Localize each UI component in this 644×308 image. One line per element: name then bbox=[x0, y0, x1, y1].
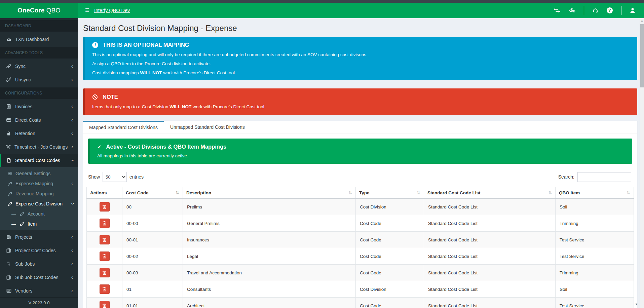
tab-mapped-standard-cost-divisions[interactable]: Mapped Standard Cost Divisions bbox=[83, 121, 164, 133]
scrollbar-thumb[interactable] bbox=[640, 24, 644, 87]
environment-link[interactable]: Interfy QBO Dev bbox=[94, 3, 130, 18]
file-text-icon bbox=[6, 104, 11, 109]
sort-icon[interactable]: ⇅ bbox=[545, 190, 552, 195]
search-wrap: Search: bbox=[558, 172, 632, 182]
dashboard-icon bbox=[6, 37, 11, 42]
sort-icon[interactable]: ⇅ bbox=[173, 190, 179, 195]
cell-type: Cost Code bbox=[356, 298, 424, 308]
optional-mapping-callout: i THIS IS AN OPTIONAL MAPPING This is an… bbox=[83, 37, 637, 80]
sidebar-item-direct-costs[interactable]: Direct Costs ‹ bbox=[0, 113, 78, 127]
sidebar-item-standard-cost-codes[interactable]: Standard Cost Codes ‹ bbox=[0, 154, 78, 167]
chevron-left-icon: ‹ bbox=[71, 275, 73, 280]
delete-button[interactable] bbox=[100, 284, 110, 294]
sidebar-item-sync[interactable]: Sync ‹ bbox=[0, 60, 78, 73]
sidebar-item-expense-cost-division[interactable]: Expense Cost Division ‹ bbox=[0, 199, 78, 209]
sidebar-item-sub-job-cost-codes[interactable]: Sub Job Cost Codes ‹ bbox=[0, 271, 78, 284]
app-logo[interactable]: OneCore QBO bbox=[0, 3, 78, 18]
col-header-qbo-item[interactable]: QBO Item⇅ bbox=[556, 187, 634, 199]
cell-qbo-item: Trimming bbox=[556, 215, 634, 232]
sidebar-item-sub-jobs[interactable]: Sub Jobs ‹ bbox=[0, 257, 78, 271]
brand-light: QBO bbox=[46, 7, 61, 14]
chevron-left-icon: ‹ bbox=[71, 104, 73, 109]
cell-qbo-item: Test Service bbox=[556, 232, 634, 248]
chevron-down-icon: ‹ bbox=[69, 159, 75, 161]
user-icon[interactable] bbox=[630, 8, 635, 13]
col-header-description[interactable]: Description⇅ bbox=[183, 187, 356, 199]
page-scrollbar[interactable]: ▲ bbox=[640, 18, 644, 308]
sidebar-item-project-cost-codes[interactable]: Project Cost Codes ‹ bbox=[0, 244, 78, 257]
cell-type: Cost Code bbox=[356, 215, 424, 232]
tab-body: ✔ Active - Cost Divisions & QBO Item Map… bbox=[83, 133, 637, 308]
delete-button[interactable] bbox=[100, 268, 110, 277]
navbar-divider bbox=[584, 6, 584, 15]
help-icon[interactable]: ? bbox=[607, 7, 613, 13]
chevron-left-icon: ‹ bbox=[71, 77, 73, 82]
credit-card-icon bbox=[6, 118, 11, 122]
cell-type: Cost Division bbox=[356, 281, 424, 298]
tab-unmapped-standard-cost-divisions[interactable]: Unmapped Standard Cost Divisions bbox=[164, 121, 251, 133]
delete-button[interactable] bbox=[100, 219, 110, 228]
sidebar-item-revenue-mapping[interactable]: Revenue Mapping bbox=[0, 189, 78, 199]
app-version: V 2023.9.0 bbox=[0, 297, 78, 308]
chevron-left-icon: ‹ bbox=[71, 248, 73, 253]
sidebar-item-general-settings[interactable]: General Settings bbox=[0, 168, 78, 179]
tree-dash: — bbox=[11, 222, 16, 227]
cell-standard-cost-code-list: Standard Cost Code List bbox=[424, 248, 556, 265]
callout-line: Items that only map to a Cost Division W… bbox=[92, 104, 630, 109]
callout-line: Assign a QBO item to the Procore Cost di… bbox=[92, 61, 630, 66]
sidebar-item-timesheet-job-costings[interactable]: Timesheet - Job Costings ‹ bbox=[0, 140, 78, 154]
col-header-standard-cost-code-list[interactable]: Standard Cost Code List⇅ bbox=[424, 187, 556, 199]
sidebar-item-txn-dashboard[interactable]: TXN Dashboard bbox=[0, 33, 78, 46]
table-row: 00-01 Insurances Cost Code Standard Cost… bbox=[87, 232, 634, 248]
delete-button[interactable] bbox=[100, 301, 110, 308]
sidebar-item-account[interactable]: — Account bbox=[0, 209, 78, 219]
sidebar-item-invoices[interactable]: Invoices ‹ bbox=[0, 100, 78, 113]
delete-button[interactable] bbox=[100, 202, 110, 211]
trash-icon bbox=[102, 254, 107, 259]
active-mappings-callout: ✔ Active - Cost Divisions & QBO Item Map… bbox=[88, 139, 632, 164]
sidebar-item-unsync[interactable]: Unsync ‹ bbox=[0, 73, 78, 86]
settings-gears-icon[interactable] bbox=[569, 8, 575, 13]
chain-icon bbox=[7, 202, 12, 206]
sidebar-item-vendors[interactable]: Vendors ‹ bbox=[0, 284, 78, 298]
callout-title: ✔ Active - Cost Divisions & QBO Item Map… bbox=[97, 144, 625, 150]
delete-button[interactable] bbox=[100, 235, 110, 244]
cell-type: Cost Code bbox=[356, 232, 424, 248]
col-header-cost-code[interactable]: Cost Code⇅ bbox=[122, 187, 183, 199]
navbar-divider bbox=[621, 6, 621, 15]
sort-icon[interactable]: ⇅ bbox=[624, 190, 630, 195]
standard-cost-codes-submenu: General Settings Expense Mapping ‹ Reven… bbox=[0, 167, 78, 230]
cell-qbo-item: Trimming bbox=[556, 265, 634, 281]
sort-icon[interactable]: ⇅ bbox=[346, 190, 352, 195]
cell-description: Prelims bbox=[183, 199, 356, 215]
sidebar-item-projects[interactable]: Projects ‹ bbox=[0, 230, 78, 244]
table-header-row: Actions Cost Code⇅ Description⇅ Type⇅ St… bbox=[87, 187, 634, 199]
sidebar-item-retention[interactable]: Retention ‹ bbox=[0, 127, 78, 140]
tab-bar: Mapped Standard Cost Divisions Unmapped … bbox=[83, 121, 637, 133]
sort-icon[interactable]: ⇅ bbox=[414, 190, 420, 195]
trash-icon bbox=[102, 221, 107, 226]
transfers-icon[interactable] bbox=[554, 8, 560, 13]
col-header-type[interactable]: Type⇅ bbox=[356, 187, 424, 199]
search-input[interactable] bbox=[577, 172, 631, 182]
chevron-left-icon: ‹ bbox=[71, 288, 73, 294]
address-card-icon bbox=[6, 288, 11, 293]
scroll-down-icon[interactable]: ▼ bbox=[635, 303, 638, 306]
chevron-left-icon: ‹ bbox=[71, 131, 73, 136]
cell-standard-cost-code-list: Standard Cost Code List bbox=[424, 199, 556, 215]
sidebar-toggle-icon[interactable]: ≡ bbox=[83, 3, 91, 18]
scroll-up-icon[interactable]: ▲ bbox=[640, 18, 644, 23]
callout-title: NOTE bbox=[92, 94, 630, 100]
chevron-left-icon: ‹ bbox=[71, 181, 73, 186]
file-icon bbox=[6, 158, 11, 163]
sidebar-item-item[interactable]: — Item bbox=[0, 219, 78, 229]
tab-panel: Mapped Standard Cost Divisions Unmapped … bbox=[83, 121, 637, 308]
cell-type: Cost Code bbox=[356, 248, 424, 265]
cell-cost-code: 00 bbox=[122, 199, 183, 215]
chevron-left-icon: ‹ bbox=[71, 234, 73, 240]
delete-button[interactable] bbox=[100, 252, 110, 261]
support-headset-icon[interactable] bbox=[593, 8, 598, 13]
page-size-select[interactable]: 50 bbox=[103, 172, 127, 182]
sidebar-item-expense-mapping[interactable]: Expense Mapping ‹ bbox=[0, 179, 78, 189]
cell-standard-cost-code-list: Standard Cost Code List bbox=[424, 298, 556, 308]
